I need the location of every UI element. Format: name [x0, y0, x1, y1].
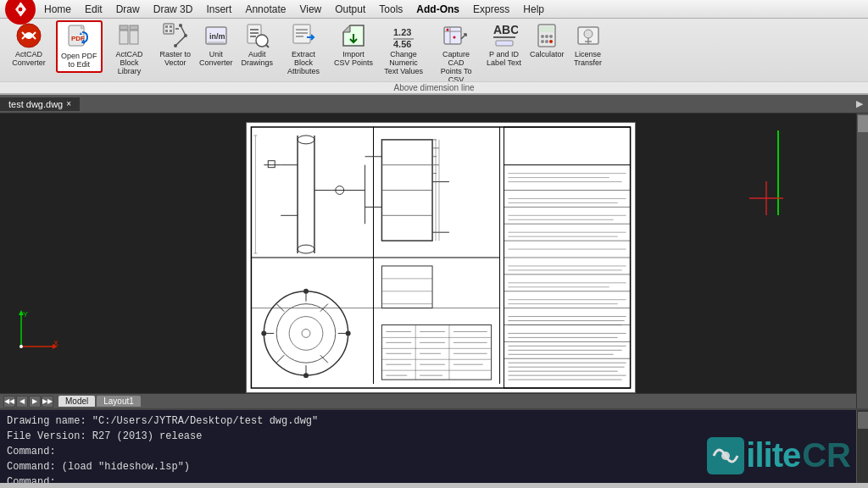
- import-csv-label: ImportCSV Points: [334, 51, 373, 68]
- crosshair: [749, 181, 783, 215]
- tab-close-icon[interactable]: ×: [66, 99, 71, 108]
- svg-point-44: [545, 40, 548, 43]
- license-label: LicenseTransfer: [574, 51, 602, 68]
- command-scrollbar[interactable]: [856, 410, 868, 483]
- change-numeric-button[interactable]: 1.23 4.56 Change NumericText Values: [378, 20, 429, 73]
- cmd-line-3: Command:: [7, 444, 861, 459]
- layout-tabs: ◀◀ ◀ ▶ ▶▶ Model Layout1: [0, 393, 868, 408]
- svg-rect-12: [170, 30, 172, 32]
- above-dimension-line: Above dimension line: [0, 81, 868, 93]
- svg-rect-11: [165, 30, 168, 32]
- nav-arrows: ◀◀ ◀ ▶ ▶▶: [3, 396, 53, 408]
- command-area[interactable]: Drawing name: "C:/Users/JYTRA/Desktop/te…: [0, 408, 868, 483]
- menu-home[interactable]: Home: [37, 2, 78, 17]
- svg-point-142: [303, 289, 309, 294]
- menu-output[interactable]: Output: [328, 2, 372, 17]
- menu-draw3d[interactable]: Draw 3D: [147, 2, 200, 17]
- layout-tab-model[interactable]: Model: [58, 396, 95, 407]
- svg-point-34: [453, 36, 456, 39]
- layout-tab-layout1[interactable]: Layout1: [97, 396, 141, 407]
- svg-line-23: [266, 45, 270, 48]
- nav-prev[interactable]: ◀: [16, 396, 28, 408]
- menu-help[interactable]: Help: [516, 2, 551, 17]
- drawing-tab-test-dwg[interactable]: test dwg.dwg ×: [0, 97, 81, 111]
- svg-text:in/m: in/m: [209, 32, 225, 41]
- menu-edit[interactable]: Edit: [78, 2, 109, 17]
- svg-rect-39: [540, 26, 554, 32]
- calculator-button[interactable]: Calculator: [526, 20, 568, 73]
- menu-view[interactable]: View: [292, 2, 328, 17]
- svg-point-14: [184, 34, 187, 37]
- svg-text:4.56: 4.56: [393, 39, 411, 49]
- block-library-icon: [116, 22, 143, 49]
- svg-point-47: [584, 30, 593, 38]
- menu-insert[interactable]: Insert: [199, 2, 238, 17]
- drawing-tab-label: test dwg.dwg: [8, 99, 63, 109]
- raster-to-vector-button[interactable]: Raster toVector: [157, 20, 195, 73]
- svg-rect-10: [170, 25, 172, 28]
- svg-point-145: [346, 330, 351, 336]
- calculator-icon: [533, 22, 560, 49]
- tab-bar: test dwg.dwg × ▶: [0, 95, 868, 114]
- extract-icon: [290, 22, 317, 49]
- import-csv-icon: [340, 22, 367, 49]
- capture-icon: [442, 22, 470, 49]
- menu-annotate[interactable]: Annotate: [238, 2, 292, 17]
- p-and-id-button[interactable]: ABC P and IDLabel Text: [483, 20, 525, 73]
- svg-rect-6: [120, 25, 128, 30]
- drawing-canvas: [246, 122, 636, 393]
- scroll-thumb[interactable]: [858, 115, 868, 132]
- p-and-id-label: P and IDLabel Text: [487, 51, 521, 68]
- drawing-area: test dwg.dwg × ▶: [0, 95, 868, 408]
- cmd-line-1: Drawing name: "C:/Users/JYTRA/Desktop/te…: [7, 413, 861, 429]
- open-pdf-icon: PDF: [65, 24, 92, 51]
- nav-next[interactable]: ▶: [29, 396, 41, 408]
- nav-last[interactable]: ▶▶: [42, 396, 53, 408]
- cmd-scroll-thumb[interactable]: [858, 412, 868, 429]
- svg-rect-4: [120, 30, 128, 44]
- svg-point-13: [179, 24, 182, 27]
- actcad-converter-label: ActCAD Converter: [7, 51, 51, 68]
- capture-cad-button[interactable]: Capture CADPoints To CSV: [431, 20, 481, 73]
- unit-converter-button[interactable]: in/m UnitConverter: [196, 20, 236, 73]
- license-icon: [575, 22, 602, 49]
- axes-indicator: Y X: [8, 308, 59, 351]
- p-and-id-icon: ABC: [491, 22, 518, 49]
- ribbon: ActCAD Converter PDF Open PDFto Edit: [0, 19, 868, 95]
- svg-rect-8: [164, 24, 174, 34]
- app: Home Edit Draw Draw 3D Insert Annotate V…: [0, 0, 868, 483]
- svg-point-0: [18, 7, 23, 12]
- svg-rect-7: [130, 25, 138, 30]
- open-pdf-to-edit-button[interactable]: PDF Open PDFto Edit: [56, 20, 103, 73]
- svg-point-45: [549, 40, 553, 43]
- license-transfer-button[interactable]: LicenseTransfer: [570, 20, 607, 73]
- raster-vector-label: Raster toVector: [160, 51, 192, 68]
- menu-express[interactable]: Express: [466, 2, 516, 17]
- menu-draw[interactable]: Draw: [109, 2, 147, 17]
- menu-tools[interactable]: Tools: [372, 2, 409, 17]
- canvas-area[interactable]: Y X: [0, 114, 868, 393]
- raster-vector-icon: [162, 22, 189, 49]
- svg-point-33: [447, 29, 449, 31]
- actcad-block-library-button[interactable]: ActCADBlock Library: [104, 20, 155, 73]
- svg-point-43: [541, 40, 544, 43]
- import-csv-button[interactable]: ImportCSV Points: [331, 20, 376, 73]
- actcad-converter-button[interactable]: ActCAD Converter: [3, 20, 54, 73]
- extract-block-attributes-button[interactable]: Extract BlockAttributes: [278, 20, 329, 73]
- svg-point-177: [19, 345, 23, 348]
- unit-converter-icon: in/m: [203, 22, 230, 49]
- nav-first[interactable]: ◀◀: [3, 396, 15, 408]
- cmd-line-4: Command: (load "hideshow.lsp"): [7, 459, 861, 474]
- main-scrollbar[interactable]: [856, 114, 868, 408]
- open-pdf-label: Open PDFto Edit: [61, 53, 97, 69]
- menu-addons[interactable]: Add-Ons: [409, 2, 466, 17]
- svg-point-42: [549, 35, 553, 38]
- cmd-line-2: File Version: R27 (2013) release: [7, 429, 861, 444]
- svg-point-40: [541, 35, 544, 38]
- audit-icon: [243, 22, 270, 49]
- svg-text:Y: Y: [23, 310, 28, 319]
- audit-drawings-button[interactable]: AuditDrawings: [238, 20, 277, 73]
- tab-scroll-right[interactable]: ▶: [851, 98, 868, 109]
- svg-point-143: [303, 373, 309, 378]
- svg-rect-24: [293, 25, 310, 43]
